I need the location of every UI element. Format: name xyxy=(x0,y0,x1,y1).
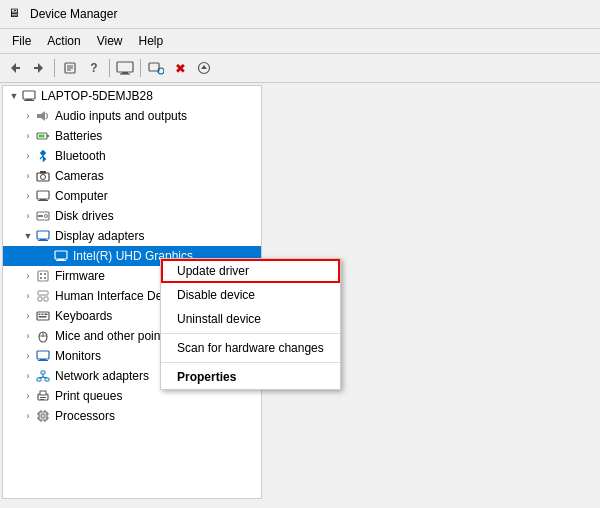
menu-bar: File Action View Help xyxy=(0,29,600,54)
title-bar-text: Device Manager xyxy=(30,7,117,21)
bluetooth-expand: › xyxy=(21,151,35,161)
tree-item-display[interactable]: ▼ Display adapters xyxy=(3,226,261,246)
tree-item-audio[interactable]: › Audio inputs and outputs xyxy=(3,106,261,126)
monitors-expand: › xyxy=(21,351,35,361)
tree-item-bluetooth[interactable]: › Bluetooth xyxy=(3,146,261,166)
cameras-icon xyxy=(35,168,51,184)
tree-item-computer[interactable]: › Computer xyxy=(3,186,261,206)
processors-label: Processors xyxy=(55,409,115,423)
svg-rect-42 xyxy=(44,273,46,275)
monitors-icon xyxy=(35,348,51,364)
svg-rect-59 xyxy=(41,371,45,374)
svg-rect-40 xyxy=(38,271,48,281)
batteries-label: Batteries xyxy=(55,129,102,143)
back-button[interactable] xyxy=(4,57,26,79)
svg-rect-28 xyxy=(37,191,49,199)
tree-item-disk[interactable]: › Disk drives xyxy=(3,206,261,226)
svg-line-64 xyxy=(43,377,47,378)
keyboards-icon xyxy=(35,308,51,324)
tree-item-processors[interactable]: › Processors xyxy=(3,406,261,426)
context-menu-properties[interactable]: Properties xyxy=(161,365,340,389)
context-menu-sep-1 xyxy=(161,333,340,334)
svg-rect-41 xyxy=(40,273,42,275)
svg-rect-49 xyxy=(39,314,41,316)
audio-label: Audio inputs and outputs xyxy=(55,109,187,123)
menu-help[interactable]: Help xyxy=(131,31,172,51)
computer-expand: › xyxy=(21,191,35,201)
keyboards-label: Keyboards xyxy=(55,309,112,323)
tree-item-cameras[interactable]: › Cameras xyxy=(3,166,261,186)
context-menu: Update driver Disable device Uninstall d… xyxy=(160,258,341,390)
batteries-icon xyxy=(35,128,51,144)
toolbar-sep-2 xyxy=(109,59,110,77)
svg-rect-8 xyxy=(117,62,133,72)
svg-marker-15 xyxy=(201,65,207,69)
disk-icon xyxy=(35,208,51,224)
context-menu-sep-2 xyxy=(161,362,340,363)
toolbar-sep-3 xyxy=(140,59,141,77)
computer-icon xyxy=(35,188,51,204)
disk-expand: › xyxy=(21,211,35,221)
root-icon xyxy=(21,88,37,104)
main-content: ▼ LAPTOP-5DEMJB28 › Audio inputs and out… xyxy=(0,83,600,501)
properties-toolbar-button[interactable] xyxy=(59,57,81,79)
network-label: Network adapters xyxy=(55,369,149,383)
forward-button[interactable] xyxy=(28,57,50,79)
svg-rect-19 xyxy=(37,114,41,118)
svg-rect-61 xyxy=(45,378,49,381)
svg-rect-70 xyxy=(41,414,45,418)
menu-view[interactable]: View xyxy=(89,31,131,51)
delete-button[interactable]: ✖ xyxy=(169,57,191,79)
cameras-label: Cameras xyxy=(55,169,104,183)
disk-label: Disk drives xyxy=(55,209,114,223)
svg-rect-16 xyxy=(23,91,35,99)
keyboards-expand: › xyxy=(21,311,35,321)
svg-rect-67 xyxy=(40,397,46,398)
computer-label: Computer xyxy=(55,189,108,203)
menu-file[interactable]: File xyxy=(4,31,39,51)
network-icon xyxy=(35,368,51,384)
bluetooth-label: Bluetooth xyxy=(55,149,106,163)
svg-line-24 xyxy=(40,156,43,159)
device-icon-button[interactable] xyxy=(114,57,136,79)
svg-rect-27 xyxy=(40,171,46,174)
svg-rect-23 xyxy=(39,135,45,138)
network-expand: › xyxy=(21,371,35,381)
hid-icon xyxy=(35,288,51,304)
cameras-expand: › xyxy=(21,171,35,181)
firmware-label: Firmware xyxy=(55,269,105,283)
help-toolbar-button[interactable]: ? xyxy=(83,57,105,79)
svg-rect-22 xyxy=(47,135,49,137)
firmware-icon xyxy=(35,268,51,284)
update-button[interactable] xyxy=(193,57,215,79)
root-expand-icon: ▼ xyxy=(7,91,21,101)
processors-icon xyxy=(35,408,51,424)
svg-rect-44 xyxy=(44,277,46,279)
svg-marker-0 xyxy=(11,63,16,73)
menu-action[interactable]: Action xyxy=(39,31,88,51)
svg-rect-45 xyxy=(38,291,48,295)
svg-rect-3 xyxy=(34,67,38,69)
bluetooth-icon xyxy=(35,148,51,164)
context-menu-scan-hardware[interactable]: Scan for hardware changes xyxy=(161,336,340,360)
scan-button[interactable] xyxy=(145,57,167,79)
mice-expand: › xyxy=(21,331,35,341)
audio-expand: › xyxy=(21,111,35,121)
svg-rect-66 xyxy=(40,391,46,395)
context-menu-uninstall-device[interactable]: Uninstall device xyxy=(161,307,340,331)
svg-rect-11 xyxy=(149,63,159,71)
print-expand: › xyxy=(21,391,35,401)
tree-root[interactable]: ▼ LAPTOP-5DEMJB28 xyxy=(3,86,261,106)
hid-expand: › xyxy=(21,291,35,301)
batteries-expand: › xyxy=(21,131,35,141)
toolbar: ? ✖ xyxy=(0,54,600,83)
toolbar-sep-1 xyxy=(54,59,55,77)
display-icon xyxy=(35,228,51,244)
svg-marker-20 xyxy=(41,111,45,121)
svg-rect-52 xyxy=(39,316,47,318)
svg-rect-46 xyxy=(38,297,42,301)
context-menu-disable-device[interactable]: Disable device xyxy=(161,283,340,307)
tree-item-batteries[interactable]: › Batteries xyxy=(3,126,261,146)
svg-marker-2 xyxy=(38,63,43,73)
context-menu-update-driver[interactable]: Update driver xyxy=(161,259,340,283)
